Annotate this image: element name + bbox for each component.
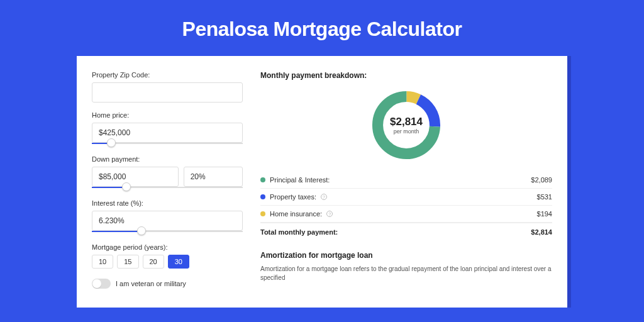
breakdown-column: Monthly payment breakdown: $2,814 per mo… <box>260 71 552 308</box>
donut-center: $2,814 per month <box>390 116 423 135</box>
dot-icon-blue <box>260 194 265 199</box>
form-column: Property Zip Code: Home price: Down paym… <box>92 71 243 308</box>
total-row: Total monthly payment: $2,814 <box>260 223 552 241</box>
dot-icon-yellow <box>260 211 265 216</box>
amortization-text: Amortization for a mortgage loan refers … <box>260 265 552 282</box>
zip-label: Property Zip Code: <box>92 71 243 79</box>
amortization-title: Amortization for mortgage loan <box>260 251 552 260</box>
period-group: Mortgage period (years): 10 15 20 30 <box>92 243 243 269</box>
breakdown-value: $2,089 <box>531 176 552 184</box>
period-row: 10 15 20 30 <box>92 255 243 269</box>
donut-amount: $2,814 <box>390 116 423 128</box>
period-option-15[interactable]: 15 <box>117 255 138 269</box>
period-option-20[interactable]: 20 <box>143 255 164 269</box>
period-option-10[interactable]: 10 <box>92 255 113 269</box>
breakdown-value: $194 <box>537 210 552 218</box>
down-payment-slider[interactable] <box>92 186 243 191</box>
zip-input[interactable] <box>92 82 243 103</box>
breakdown-label: Home insurance: <box>270 210 322 218</box>
veteran-toggle[interactable] <box>92 279 111 289</box>
breakdown-label: Property taxes: <box>270 193 316 201</box>
down-payment-amount-input[interactable] <box>92 167 179 187</box>
interest-rate-slider[interactable] <box>92 230 243 235</box>
period-label: Mortgage period (years): <box>92 243 243 251</box>
veteran-toggle-row: I am veteran or military <box>92 279 243 289</box>
down-payment-label: Down payment: <box>92 155 243 163</box>
down-payment-group: Down payment: <box>92 155 243 191</box>
interest-rate-group: Interest rate (%): <box>92 199 243 235</box>
breakdown-value: $531 <box>537 193 552 201</box>
breakdown-title: Monthly payment breakdown: <box>260 71 552 80</box>
down-payment-percent-input[interactable] <box>184 167 243 187</box>
breakdown-row-insurance: Home insurance: ? $194 <box>260 206 552 223</box>
home-price-group: Home price: <box>92 111 243 147</box>
donut-wrap: $2,814 per month <box>260 87 552 163</box>
breakdown-row-principal: Principal & Interest: $2,089 <box>260 172 552 189</box>
donut-sub: per month <box>390 128 423 135</box>
donut-chart: $2,814 per month <box>369 87 444 163</box>
page-title: Penalosa Mortgage Calculator <box>0 0 644 56</box>
total-value: $2,814 <box>531 228 552 236</box>
home-price-label: Home price: <box>92 111 243 119</box>
interest-rate-input[interactable] <box>92 211 243 231</box>
dot-icon-green <box>260 177 265 182</box>
veteran-label: I am veteran or military <box>116 280 186 287</box>
calculator-card: Property Zip Code: Home price: Down paym… <box>77 56 567 308</box>
breakdown-label: Principal & Interest: <box>270 176 330 184</box>
zip-field-group: Property Zip Code: <box>92 71 243 103</box>
total-label: Total monthly payment: <box>260 228 338 236</box>
period-option-30[interactable]: 30 <box>168 255 189 269</box>
breakdown-row-taxes: Property taxes: ? $531 <box>260 189 552 206</box>
interest-rate-label: Interest rate (%): <box>92 199 243 207</box>
info-icon[interactable]: ? <box>326 211 333 217</box>
home-price-slider[interactable] <box>92 142 243 147</box>
info-icon[interactable]: ? <box>321 194 327 200</box>
